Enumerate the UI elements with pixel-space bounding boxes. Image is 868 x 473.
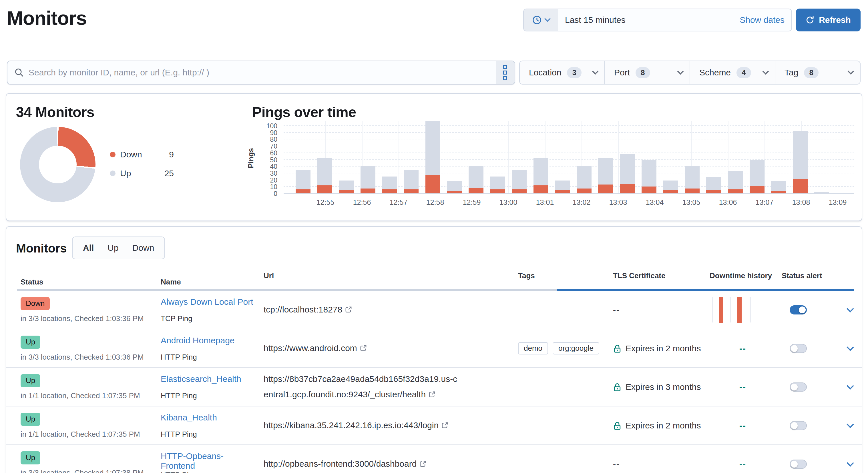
- legend-label: Up: [120, 169, 131, 178]
- status-alert-toggle[interactable]: [790, 305, 807, 314]
- checked-info: in 3/3 locations, Checked 1:03:36 PM: [21, 314, 155, 323]
- tags-cell: demoorg:google: [518, 329, 613, 367]
- status-alert-toggle[interactable]: [790, 421, 807, 430]
- chevron-down-icon: [763, 68, 769, 75]
- lock-icon: [613, 382, 622, 392]
- chevron-down-icon: [545, 16, 551, 22]
- table-row[interactable]: Up in 3/3 locations, Checked 1:03:36 PM …: [6, 329, 862, 368]
- status-alert-toggle[interactable]: [790, 344, 807, 353]
- tab-up[interactable]: Up: [101, 243, 125, 253]
- legend-item-down: Down 9: [110, 150, 174, 159]
- y-tick-label: 50: [257, 156, 277, 164]
- monitor-type: HTTP Ping: [161, 391, 258, 400]
- pings-bar: [577, 166, 592, 193]
- time-range-display[interactable]: Last 15 minutes Show dates: [558, 9, 792, 31]
- time-range-value[interactable]: Last 15 minutes: [565, 15, 625, 25]
- expand-row-chevron[interactable]: [846, 421, 854, 428]
- filter-count-badge: 8: [804, 67, 818, 78]
- filter-group: Location 3 Port 8 Scheme 4 Tag 8: [519, 61, 861, 85]
- tls-status: Expires in 2 months: [625, 421, 701, 431]
- gridline: [838, 121, 838, 193]
- kql-settings-button[interactable]: [496, 61, 515, 84]
- status-alert-toggle[interactable]: [790, 460, 807, 469]
- pings-bar: [706, 177, 721, 193]
- show-dates-link[interactable]: Show dates: [740, 15, 784, 25]
- table-row[interactable]: Up in 1/1 location, Checked 1:07:35 PM E…: [6, 368, 862, 406]
- donut-chart: [20, 127, 95, 202]
- col-url: Url: [264, 271, 518, 280]
- tls-status: --: [613, 305, 620, 315]
- expand-row-chevron[interactable]: [846, 344, 854, 351]
- y-tick-label: 90: [257, 129, 277, 137]
- external-link-icon[interactable]: [429, 387, 435, 403]
- refresh-button[interactable]: Refresh: [796, 8, 861, 31]
- monitor-name-link[interactable]: Elasticsearch_Health: [161, 374, 258, 384]
- quick-select-button[interactable]: [524, 9, 558, 31]
- table-row[interactable]: Up in 3/3 locations, Checked 1:07:38 PM …: [6, 445, 862, 473]
- legend-dot-down: [110, 152, 116, 157]
- monitor-type: TCP Ping: [161, 314, 258, 323]
- pings-bar: [404, 170, 418, 193]
- toggle-knob: [799, 306, 806, 313]
- filter-label: Location: [529, 68, 561, 77]
- col-tags: Tags: [518, 271, 613, 280]
- external-link-icon[interactable]: [441, 418, 448, 434]
- filter-count-badge: 8: [636, 67, 650, 78]
- status-filter-tabs: All Up Down: [72, 236, 165, 259]
- external-link-icon[interactable]: [420, 457, 426, 472]
- monitor-type: HTTP Ping: [161, 353, 258, 362]
- x-tick-label: 13:09: [819, 198, 856, 206]
- legend-label: Down: [120, 150, 142, 159]
- pings-bar: [642, 160, 656, 193]
- filter-count-badge: 4: [737, 67, 751, 78]
- y-tick-label: 70: [257, 142, 277, 150]
- expand-row-chevron[interactable]: [846, 305, 854, 312]
- refresh-label: Refresh: [819, 15, 851, 25]
- status-badge: Down: [21, 297, 50, 310]
- monitor-name-link[interactable]: Always Down Local Port: [161, 297, 258, 307]
- monitor-url: https://www.android.com: [264, 340, 367, 357]
- tab-down[interactable]: Down: [125, 243, 161, 253]
- pings-bar: [728, 171, 743, 193]
- tls-status: --: [613, 459, 620, 469]
- expand-row-chevron[interactable]: [846, 459, 854, 466]
- date-picker[interactable]: Last 15 minutes Show dates: [523, 8, 792, 31]
- filter-location[interactable]: Location 3: [520, 61, 605, 84]
- monitor-name-link[interactable]: Kibana_Health: [161, 413, 258, 423]
- pings-bar: [620, 154, 635, 193]
- y-tick-label: 0: [257, 190, 277, 198]
- legend-item-up: Up 25: [110, 169, 174, 178]
- search-input[interactable]: [24, 68, 496, 77]
- tab-all[interactable]: All: [76, 243, 101, 253]
- chevron-down-icon: [677, 68, 684, 75]
- downtime-history: --: [739, 421, 746, 431]
- filter-tag[interactable]: Tag 8: [775, 61, 860, 84]
- x-tick-label: 12:57: [380, 198, 417, 206]
- pings-bar: [361, 166, 375, 193]
- status-badge: Up: [21, 413, 40, 426]
- pings-bar: [296, 170, 310, 193]
- filter-label: Scheme: [699, 68, 731, 77]
- search-bar[interactable]: [7, 61, 515, 85]
- y-axis-title: Pings: [246, 140, 255, 176]
- external-link-icon[interactable]: [360, 341, 367, 357]
- external-link-icon[interactable]: [345, 302, 352, 318]
- table-row[interactable]: Up in 1/1 location, Checked 1:07:35 PM K…: [6, 406, 862, 445]
- x-tick-label: 12:55: [307, 198, 344, 206]
- filter-scheme[interactable]: Scheme 4: [690, 61, 775, 84]
- x-tick-label: 12:59: [454, 198, 490, 206]
- filter-port[interactable]: Port 8: [605, 61, 690, 84]
- status-alert-toggle[interactable]: [790, 382, 807, 392]
- col-tls: TLS Certificate: [613, 271, 710, 280]
- toggle-knob: [791, 422, 798, 429]
- downtime-sparkline: [712, 297, 752, 323]
- monitor-name-link[interactable]: HTTP-Opbeans-Frontend: [161, 451, 258, 471]
- expand-row-chevron[interactable]: [846, 382, 854, 389]
- tags-cell: [518, 445, 613, 473]
- x-tick-label: 13:06: [710, 198, 746, 206]
- monitor-url: tcp://localhost:18278: [264, 302, 352, 318]
- x-tick-label: 13:00: [490, 198, 527, 206]
- monitor-type: HTTP Ping: [161, 430, 258, 439]
- table-row[interactable]: Down in 3/3 locations, Checked 1:03:36 P…: [6, 291, 862, 329]
- monitor-name-link[interactable]: Android Homepage: [161, 336, 258, 345]
